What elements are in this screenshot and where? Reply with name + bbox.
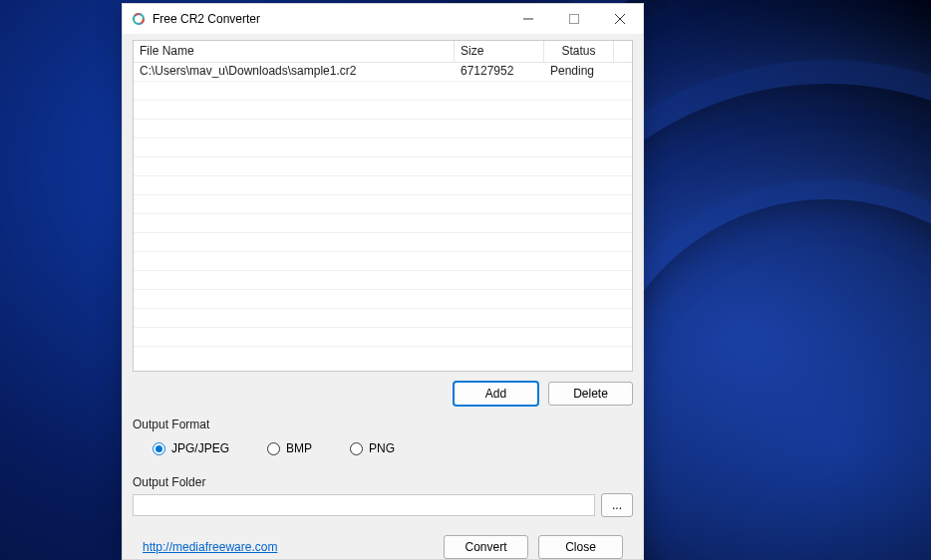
delete-button[interactable]: Delete: [548, 382, 633, 406]
radio-label: BMP: [286, 441, 312, 455]
output-format-group: JPG/JPEG BMP PNG: [133, 431, 633, 463]
output-format-label: Output Format: [133, 418, 633, 431]
maximize-button[interactable]: [551, 4, 597, 34]
radio-bmp[interactable]: BMP: [267, 441, 312, 455]
convert-button[interactable]: Convert: [444, 535, 528, 559]
radio-icon: [153, 442, 165, 455]
output-folder-label: Output Folder: [133, 475, 633, 489]
minimize-button[interactable]: [505, 4, 551, 34]
radio-label: JPG/JPEG: [171, 441, 229, 455]
file-list-header: File Name Size Status: [134, 41, 632, 63]
cell-status: Pending: [544, 63, 614, 81]
browse-button[interactable]: ...: [601, 493, 633, 517]
titlebar[interactable]: Free CR2 Converter: [123, 4, 643, 34]
col-header-filename[interactable]: File Name: [134, 41, 455, 62]
add-button[interactable]: Add: [454, 382, 538, 406]
radio-jpg[interactable]: JPG/JPEG: [153, 441, 229, 455]
file-list[interactable]: File Name Size Status C:\Users\mav_u\Dow…: [133, 40, 633, 372]
col-header-status[interactable]: Status: [544, 41, 614, 62]
radio-label: PNG: [369, 441, 395, 455]
svg-rect-4: [570, 15, 579, 24]
cell-size: 67127952: [455, 63, 544, 81]
window-title: Free CR2 Converter: [153, 12, 260, 26]
output-folder-input[interactable]: [133, 494, 595, 516]
col-header-size[interactable]: Size: [455, 41, 544, 62]
file-list-body[interactable]: C:\Users\mav_u\Downloads\sample1.cr2 671…: [134, 63, 632, 371]
radio-icon: [267, 442, 280, 455]
website-link[interactable]: http://mediafreeware.com: [143, 540, 277, 554]
table-row[interactable]: C:\Users\mav_u\Downloads\sample1.cr2 671…: [134, 63, 632, 82]
app-window: Free CR2 Converter File Name Size Status: [122, 3, 644, 560]
radio-icon: [350, 442, 363, 455]
radio-png[interactable]: PNG: [350, 441, 395, 455]
cell-filename: C:\Users\mav_u\Downloads\sample1.cr2: [134, 63, 455, 81]
app-icon: [131, 11, 147, 27]
close-window-button[interactable]: [597, 4, 643, 34]
close-button[interactable]: Close: [538, 535, 623, 559]
